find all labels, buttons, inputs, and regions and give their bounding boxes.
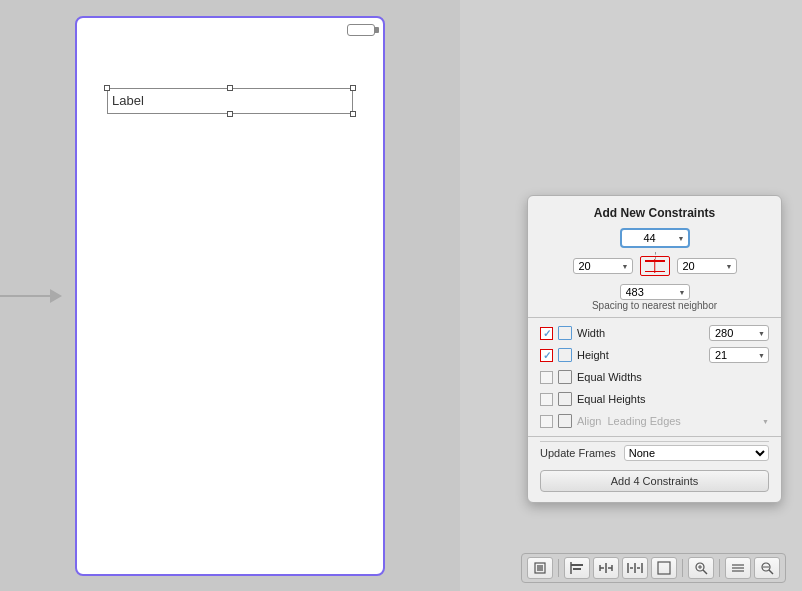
align-dropdown-wrap[interactable]: ▼	[762, 418, 769, 425]
toolbar-btn-7[interactable]	[725, 557, 751, 579]
spacing-label: Spacing to nearest neighbor	[540, 300, 769, 311]
toolbar-icon-8	[760, 561, 774, 575]
bottom-value-select[interactable]: 483	[620, 284, 690, 300]
svg-rect-3	[573, 568, 581, 570]
top-input-dropdown[interactable]: 44	[620, 228, 690, 248]
equal-widths-row: Equal Widths	[540, 366, 769, 388]
update-frames-select[interactable]: None	[624, 445, 769, 461]
width-icon	[557, 325, 573, 341]
toolbar-btn-1[interactable]	[527, 557, 553, 579]
canvas-area: Label	[0, 0, 460, 591]
toolbar-btn-6[interactable]	[688, 557, 714, 579]
width-checkbox[interactable]	[540, 327, 553, 340]
toolbar-icon-7	[731, 561, 745, 575]
toolbar-btn-8[interactable]	[754, 557, 780, 579]
arrow-head	[50, 289, 62, 303]
arrow-line	[0, 295, 50, 297]
divider-1	[528, 317, 781, 318]
svg-rect-16	[658, 562, 670, 574]
h-bar-top	[645, 260, 665, 262]
svg-rect-1	[537, 565, 543, 571]
toolbar-icon-5	[657, 561, 671, 575]
equal-heights-label: Equal Heights	[577, 393, 769, 405]
center-icon-box	[640, 256, 670, 276]
toolbar-sep-1	[558, 559, 559, 577]
equal-widths-icon	[557, 369, 573, 385]
svg-line-18	[703, 570, 707, 574]
toolbar-btn-5[interactable]	[651, 557, 677, 579]
width-value-select[interactable]: 280	[709, 325, 769, 341]
width-icon-box	[558, 326, 572, 340]
equal-widths-label: Equal Widths	[577, 371, 769, 383]
toolbar-btn-3[interactable]	[593, 557, 619, 579]
constraints-panel: Add New Constraints 44 20 2	[527, 195, 782, 503]
toolbar-icon-3	[598, 561, 614, 575]
equal-heights-icon	[557, 391, 573, 407]
left-value-select[interactable]: 20	[573, 258, 633, 274]
bottom-input-dropdown[interactable]: 483	[620, 284, 690, 300]
height-label: Height	[577, 349, 705, 361]
handle-br	[350, 111, 356, 117]
height-value-wrap[interactable]: 21	[709, 347, 769, 363]
height-row: Height 21	[540, 344, 769, 366]
panel-title: Add New Constraints	[540, 206, 769, 220]
right-value-select[interactable]: 20	[677, 258, 737, 274]
svg-line-25	[769, 570, 773, 574]
align-icon	[557, 413, 573, 429]
width-label: Width	[577, 327, 705, 339]
add-constraints-button[interactable]: Add 4 Constraints	[540, 470, 769, 492]
handle-tr	[350, 85, 356, 91]
toolbar-icon-2	[570, 561, 584, 575]
handle-tl	[104, 85, 110, 91]
equal-heights-icon-box	[558, 392, 572, 406]
align-label: Align	[577, 415, 601, 427]
toolbar-icon-1	[533, 561, 547, 575]
top-value-select[interactable]: 44	[620, 228, 690, 248]
left-input-wrap[interactable]: 20	[573, 258, 633, 274]
middle-row: 20 20	[540, 252, 769, 280]
equal-heights-checkbox[interactable]	[540, 393, 553, 406]
align-checkbox[interactable]	[540, 415, 553, 428]
divider-2	[528, 436, 781, 437]
toolbar-icon-4	[627, 561, 643, 575]
update-frames-row: Update Frames None	[540, 441, 769, 464]
equal-widths-icon-box	[558, 370, 572, 384]
height-icon	[557, 347, 573, 363]
align-icon-box	[558, 414, 572, 428]
align-row: Align Leading Edges ▼	[540, 410, 769, 432]
center-spacing-icon	[637, 252, 673, 280]
height-value-select[interactable]: 21	[709, 347, 769, 363]
toolbar-sep-3	[719, 559, 720, 577]
toolbar-btn-2[interactable]	[564, 557, 590, 579]
equal-heights-row: Equal Heights	[540, 388, 769, 410]
update-frames-label: Update Frames	[540, 447, 616, 459]
svg-rect-2	[571, 564, 583, 566]
width-value-wrap[interactable]: 280	[709, 325, 769, 341]
label-element[interactable]: Label	[107, 88, 353, 114]
align-value: Leading Edges	[605, 415, 758, 427]
height-icon-box	[558, 348, 572, 362]
toolbar-btn-4[interactable]	[622, 557, 648, 579]
handle-bm	[227, 111, 233, 117]
handle-tm	[227, 85, 233, 91]
arrow	[0, 289, 62, 303]
iphone-frame: Label	[75, 16, 385, 576]
right-input-wrap[interactable]: 20	[677, 258, 737, 274]
bottom-spacing-row: 483	[540, 284, 769, 300]
toolbar-icon-6	[694, 561, 708, 575]
toolbar-sep-2	[682, 559, 683, 577]
h-bar-bottom	[645, 271, 665, 273]
equal-widths-checkbox[interactable]	[540, 371, 553, 384]
top-spacing-row: 44	[540, 228, 769, 248]
bottom-toolbar	[521, 553, 786, 583]
label-text: Label	[112, 93, 144, 108]
status-bar	[347, 24, 375, 36]
width-row: Width 280	[540, 322, 769, 344]
height-checkbox[interactable]	[540, 349, 553, 362]
